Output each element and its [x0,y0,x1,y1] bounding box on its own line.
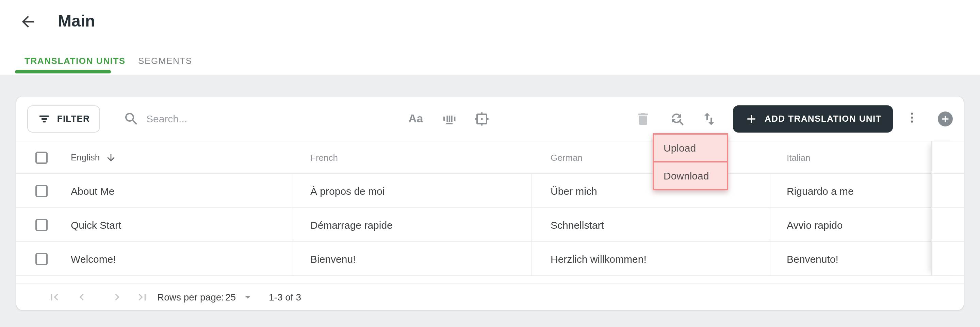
column-header-english[interactable]: English [71,152,116,163]
pinned-actions-column [931,141,964,276]
cell-german[interactable]: Über mich [550,185,597,197]
search-icon [123,111,140,127]
cell-english[interactable]: Quick Start [71,219,121,230]
column-divider [293,174,293,276]
sort-desc-arrow-icon [105,152,116,163]
add-button-label: ADD TRANSLATION UNIT [765,114,882,124]
cell-italian[interactable]: Avvio rapido [787,219,843,230]
active-tab-indicator [15,70,111,73]
match-case-icon[interactable]: Aa [408,112,423,125]
barcode-icon[interactable] [441,111,457,127]
center-focus-icon[interactable] [474,111,490,127]
cell-french[interactable]: À propos de moi [310,185,385,197]
kebab-menu-icon[interactable] [905,111,919,127]
table-row[interactable]: Quick Start Démarrage rapide Schnellstar… [16,208,964,242]
select-all-checkbox[interactable] [35,151,48,164]
previous-page-icon[interactable] [75,290,89,303]
tab-segments[interactable]: SEGMENTS [138,56,192,66]
column-header-french[interactable]: French [310,152,338,162]
rows-per-page-label: Rows per page: [157,291,224,302]
tab-translation-units[interactable]: TRANSLATION UNITS [24,56,126,66]
cell-german[interactable]: Schnellstart [550,219,604,230]
trash-icon[interactable] [635,111,651,127]
row-checkbox[interactable] [35,252,48,265]
plus-icon [744,112,758,125]
table-row[interactable]: About Me À propos de moi Über mich Rigua… [16,174,964,208]
menu-item-upload[interactable]: Upload [653,133,728,162]
search-input[interactable] [146,113,337,124]
row-checkbox[interactable] [35,219,48,231]
cell-italian[interactable]: Benvenuto! [787,253,838,265]
menu-item-download[interactable]: Download [653,161,728,190]
filter-button-label: FILTER [57,114,90,124]
column-header-german[interactable]: German [550,152,582,162]
cell-english[interactable]: Welcome! [71,253,116,265]
cell-italian[interactable]: Riguardo a me [787,185,854,197]
next-page-icon[interactable] [110,290,124,303]
find-replace-icon[interactable] [669,111,685,127]
table-footer: Rows per page: 25 1-3 of 3 [16,283,964,310]
plus-icon [940,114,950,124]
cell-french[interactable]: Démarrage rapide [310,219,393,230]
column-divider [770,174,770,276]
pagination-range: 1-3 of 3 [269,291,301,302]
cell-german[interactable]: Herzlich willkommen! [550,253,646,265]
column-header-label: English [71,152,100,162]
top-bar: Main TRANSLATION UNITS SEGMENTS [0,0,980,76]
first-page-icon[interactable] [48,290,61,303]
import-export-icon[interactable] [701,111,717,127]
column-divider [531,174,532,276]
row-checkbox[interactable] [35,184,48,197]
translation-units-card: FILTER Aa [16,97,964,310]
last-page-icon[interactable] [135,290,149,303]
rows-per-page-select[interactable]: 25 [225,290,253,303]
rows-per-page-value: 25 [225,291,236,302]
cell-french[interactable]: Bienvenu! [310,253,356,265]
search-box [123,111,348,127]
add-translation-unit-button[interactable]: ADD TRANSLATION UNIT [733,105,893,132]
import-export-menu: Upload Download [653,133,728,190]
back-button[interactable] [19,13,37,30]
table-header-row: English French German Italian [16,141,964,174]
filter-icon [37,112,51,125]
circle-plus-button[interactable] [938,111,953,126]
page-title: Main [58,11,95,30]
arrow-left-icon [19,21,37,33]
column-header-italian[interactable]: Italian [787,152,810,162]
cell-english[interactable]: About Me [71,185,115,197]
table-row[interactable]: Welcome! Bienvenu! Herzlich willkommen! … [16,242,964,276]
filter-button[interactable]: FILTER [27,105,100,132]
app-root: Main TRANSLATION UNITS SEGMENTS FILTER A… [0,0,980,327]
table-toolbar: FILTER Aa [16,97,964,141]
chevron-down-icon [241,290,253,303]
